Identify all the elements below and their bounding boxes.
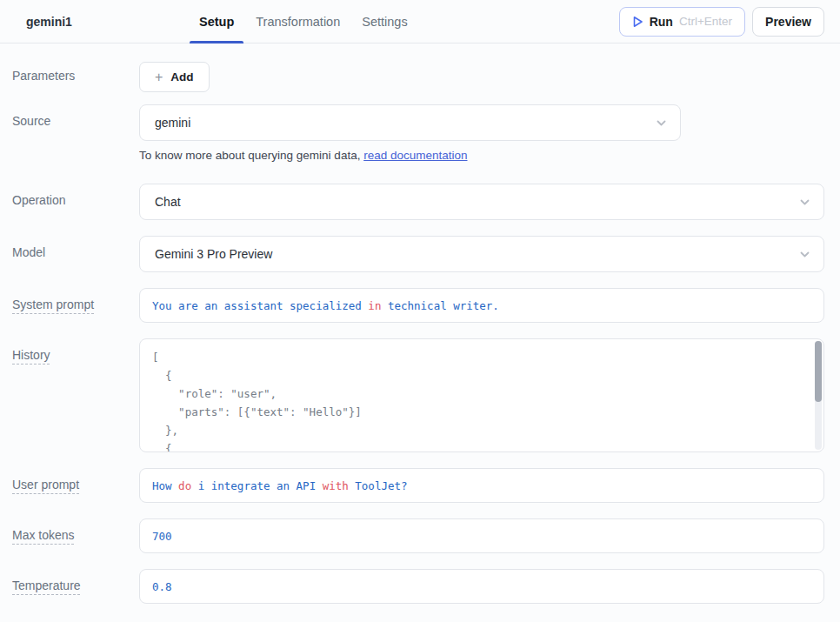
tab-setup[interactable]: Setup xyxy=(190,0,243,43)
source-help-text: To know more about querying gemini data,… xyxy=(139,149,824,162)
model-label: Model xyxy=(12,236,139,272)
add-parameter-label: Add xyxy=(170,70,193,84)
max-tokens-label: Max tokens xyxy=(12,518,139,553)
source-select-value: gemini xyxy=(155,116,655,130)
history-row: History [ { "role": "user", "parts": [{"… xyxy=(12,338,824,452)
play-icon xyxy=(632,16,643,28)
operation-select[interactable]: Chat xyxy=(139,184,824,220)
max-tokens-input[interactable]: 700 xyxy=(139,518,824,553)
temperature-row: Temperature 0.8 xyxy=(12,569,824,604)
query-name[interactable]: gemini1 xyxy=(26,15,72,29)
preview-label: Preview xyxy=(765,15,811,29)
user-prompt-label: User prompt xyxy=(12,468,139,503)
history-scrollbar[interactable] xyxy=(815,341,822,450)
model-row: Model Gemini 3 Pro Preview xyxy=(12,236,824,272)
operation-label: Operation xyxy=(12,184,139,220)
run-shortcut: Ctrl+Enter xyxy=(679,15,732,28)
run-button[interactable]: Run Ctrl+Enter xyxy=(619,7,745,37)
history-input[interactable]: [ { "role": "user", "parts": [{"text": "… xyxy=(139,338,824,452)
operation-row: Operation Chat xyxy=(12,184,824,220)
operation-select-value: Chat xyxy=(155,195,798,209)
read-documentation-link[interactable]: read documentation xyxy=(363,149,467,162)
preview-button[interactable]: Preview xyxy=(752,7,824,37)
system-prompt-input[interactable]: You are an assistant specialized in tech… xyxy=(139,288,824,323)
model-select[interactable]: Gemini 3 Pro Preview xyxy=(139,236,824,272)
parameters-label: Parameters xyxy=(12,62,139,92)
query-editor-header: gemini1 Setup Transformation Settings Ru… xyxy=(0,0,840,43)
query-setup-form: Parameters + Add Source gemini To know m… xyxy=(0,43,840,604)
chevron-down-icon xyxy=(798,248,811,261)
chevron-down-icon xyxy=(798,196,811,209)
header-actions: Run Ctrl+Enter Preview xyxy=(619,7,824,37)
tab-settings[interactable]: Settings xyxy=(352,0,417,43)
source-label: Source xyxy=(12,104,139,162)
source-select[interactable]: gemini xyxy=(139,104,681,141)
parameters-row: Parameters + Add xyxy=(12,62,824,92)
system-prompt-label: System prompt xyxy=(12,288,139,323)
max-tokens-row: Max tokens 700 xyxy=(12,518,824,553)
add-parameter-button[interactable]: + Add xyxy=(139,62,210,92)
model-select-value: Gemini 3 Pro Preview xyxy=(155,247,798,261)
user-prompt-input[interactable]: How do i integrate an API with ToolJet? xyxy=(139,468,824,503)
history-scrollbar-thumb[interactable] xyxy=(815,341,822,402)
plus-icon: + xyxy=(155,70,163,84)
tab-transformation[interactable]: Transformation xyxy=(246,0,350,43)
history-label: History xyxy=(12,338,139,452)
system-prompt-row: System prompt You are an assistant speci… xyxy=(12,288,824,323)
temperature-label: Temperature xyxy=(12,569,139,604)
tab-bar: Setup Transformation Settings xyxy=(190,0,417,43)
chevron-down-icon xyxy=(655,117,668,130)
history-code: [ { "role": "user", "parts": [{"text": "… xyxy=(152,348,806,452)
run-label: Run xyxy=(650,15,673,29)
source-row: Source gemini To know more about queryin… xyxy=(12,104,824,162)
user-prompt-row: User prompt How do i integrate an API wi… xyxy=(12,468,824,503)
temperature-input[interactable]: 0.8 xyxy=(139,569,824,604)
